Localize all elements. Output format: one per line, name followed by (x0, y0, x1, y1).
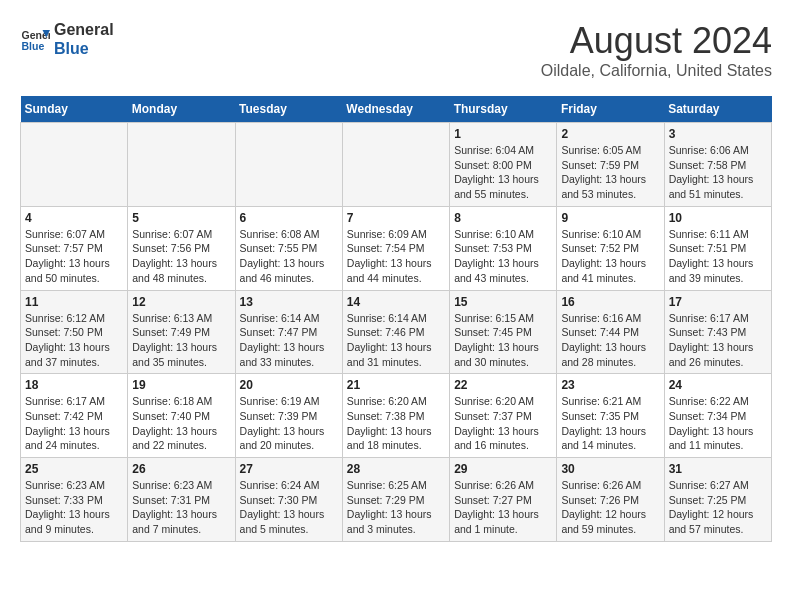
day-info: Sunrise: 6:06 AM Sunset: 7:58 PM Dayligh… (669, 143, 767, 202)
calendar-cell: 28Sunrise: 6:25 AM Sunset: 7:29 PM Dayli… (342, 458, 449, 542)
calendar-cell: 9Sunrise: 6:10 AM Sunset: 7:52 PM Daylig… (557, 206, 664, 290)
weekday-header: Sunday (21, 96, 128, 123)
day-info: Sunrise: 6:22 AM Sunset: 7:34 PM Dayligh… (669, 394, 767, 453)
day-number: 30 (561, 462, 659, 476)
day-info: Sunrise: 6:23 AM Sunset: 7:33 PM Dayligh… (25, 478, 123, 537)
day-number: 4 (25, 211, 123, 225)
calendar-cell: 1Sunrise: 6:04 AM Sunset: 8:00 PM Daylig… (450, 123, 557, 207)
day-number: 21 (347, 378, 445, 392)
day-number: 15 (454, 295, 552, 309)
day-number: 3 (669, 127, 767, 141)
calendar-cell: 2Sunrise: 6:05 AM Sunset: 7:59 PM Daylig… (557, 123, 664, 207)
calendar-cell: 27Sunrise: 6:24 AM Sunset: 7:30 PM Dayli… (235, 458, 342, 542)
calendar-cell: 23Sunrise: 6:21 AM Sunset: 7:35 PM Dayli… (557, 374, 664, 458)
calendar-header: SundayMondayTuesdayWednesdayThursdayFrid… (21, 96, 772, 123)
calendar-body: 1Sunrise: 6:04 AM Sunset: 8:00 PM Daylig… (21, 123, 772, 542)
day-number: 9 (561, 211, 659, 225)
day-number: 22 (454, 378, 552, 392)
day-info: Sunrise: 6:20 AM Sunset: 7:37 PM Dayligh… (454, 394, 552, 453)
day-info: Sunrise: 6:23 AM Sunset: 7:31 PM Dayligh… (132, 478, 230, 537)
day-info: Sunrise: 6:26 AM Sunset: 7:27 PM Dayligh… (454, 478, 552, 537)
day-number: 31 (669, 462, 767, 476)
day-number: 5 (132, 211, 230, 225)
day-info: Sunrise: 6:24 AM Sunset: 7:30 PM Dayligh… (240, 478, 338, 537)
title-block: August 2024 Oildale, California, United … (541, 20, 772, 80)
day-number: 8 (454, 211, 552, 225)
calendar-cell: 10Sunrise: 6:11 AM Sunset: 7:51 PM Dayli… (664, 206, 771, 290)
day-number: 20 (240, 378, 338, 392)
calendar-table: SundayMondayTuesdayWednesdayThursdayFrid… (20, 96, 772, 542)
weekday-header: Thursday (450, 96, 557, 123)
day-info: Sunrise: 6:10 AM Sunset: 7:52 PM Dayligh… (561, 227, 659, 286)
day-number: 12 (132, 295, 230, 309)
calendar-cell: 5Sunrise: 6:07 AM Sunset: 7:56 PM Daylig… (128, 206, 235, 290)
day-number: 17 (669, 295, 767, 309)
calendar-cell (128, 123, 235, 207)
day-info: Sunrise: 6:21 AM Sunset: 7:35 PM Dayligh… (561, 394, 659, 453)
day-info: Sunrise: 6:15 AM Sunset: 7:45 PM Dayligh… (454, 311, 552, 370)
calendar-cell: 12Sunrise: 6:13 AM Sunset: 7:49 PM Dayli… (128, 290, 235, 374)
day-info: Sunrise: 6:11 AM Sunset: 7:51 PM Dayligh… (669, 227, 767, 286)
calendar-cell: 14Sunrise: 6:14 AM Sunset: 7:46 PM Dayli… (342, 290, 449, 374)
day-info: Sunrise: 6:08 AM Sunset: 7:55 PM Dayligh… (240, 227, 338, 286)
calendar-cell: 3Sunrise: 6:06 AM Sunset: 7:58 PM Daylig… (664, 123, 771, 207)
day-info: Sunrise: 6:18 AM Sunset: 7:40 PM Dayligh… (132, 394, 230, 453)
calendar-cell: 7Sunrise: 6:09 AM Sunset: 7:54 PM Daylig… (342, 206, 449, 290)
day-info: Sunrise: 6:12 AM Sunset: 7:50 PM Dayligh… (25, 311, 123, 370)
main-title: August 2024 (541, 20, 772, 62)
day-number: 11 (25, 295, 123, 309)
calendar-week-row: 11Sunrise: 6:12 AM Sunset: 7:50 PM Dayli… (21, 290, 772, 374)
calendar-cell: 15Sunrise: 6:15 AM Sunset: 7:45 PM Dayli… (450, 290, 557, 374)
day-number: 26 (132, 462, 230, 476)
day-info: Sunrise: 6:17 AM Sunset: 7:42 PM Dayligh… (25, 394, 123, 453)
calendar-cell (21, 123, 128, 207)
day-number: 2 (561, 127, 659, 141)
day-number: 27 (240, 462, 338, 476)
calendar-cell: 22Sunrise: 6:20 AM Sunset: 7:37 PM Dayli… (450, 374, 557, 458)
day-number: 16 (561, 295, 659, 309)
calendar-cell: 4Sunrise: 6:07 AM Sunset: 7:57 PM Daylig… (21, 206, 128, 290)
calendar-cell: 8Sunrise: 6:10 AM Sunset: 7:53 PM Daylig… (450, 206, 557, 290)
day-info: Sunrise: 6:04 AM Sunset: 8:00 PM Dayligh… (454, 143, 552, 202)
calendar-cell: 26Sunrise: 6:23 AM Sunset: 7:31 PM Dayli… (128, 458, 235, 542)
day-info: Sunrise: 6:16 AM Sunset: 7:44 PM Dayligh… (561, 311, 659, 370)
calendar-cell: 16Sunrise: 6:16 AM Sunset: 7:44 PM Dayli… (557, 290, 664, 374)
weekday-header: Tuesday (235, 96, 342, 123)
day-info: Sunrise: 6:13 AM Sunset: 7:49 PM Dayligh… (132, 311, 230, 370)
calendar-cell: 21Sunrise: 6:20 AM Sunset: 7:38 PM Dayli… (342, 374, 449, 458)
calendar-cell: 30Sunrise: 6:26 AM Sunset: 7:26 PM Dayli… (557, 458, 664, 542)
day-number: 6 (240, 211, 338, 225)
logo-blue: Blue (54, 39, 114, 58)
day-number: 7 (347, 211, 445, 225)
header-row: SundayMondayTuesdayWednesdayThursdayFrid… (21, 96, 772, 123)
day-info: Sunrise: 6:14 AM Sunset: 7:46 PM Dayligh… (347, 311, 445, 370)
day-number: 1 (454, 127, 552, 141)
calendar-cell: 19Sunrise: 6:18 AM Sunset: 7:40 PM Dayli… (128, 374, 235, 458)
calendar-cell: 29Sunrise: 6:26 AM Sunset: 7:27 PM Dayli… (450, 458, 557, 542)
subtitle: Oildale, California, United States (541, 62, 772, 80)
calendar-cell: 11Sunrise: 6:12 AM Sunset: 7:50 PM Dayli… (21, 290, 128, 374)
calendar-week-row: 4Sunrise: 6:07 AM Sunset: 7:57 PM Daylig… (21, 206, 772, 290)
day-number: 13 (240, 295, 338, 309)
calendar-cell: 17Sunrise: 6:17 AM Sunset: 7:43 PM Dayli… (664, 290, 771, 374)
calendar-cell: 20Sunrise: 6:19 AM Sunset: 7:39 PM Dayli… (235, 374, 342, 458)
logo-general: General (54, 20, 114, 39)
calendar-cell: 24Sunrise: 6:22 AM Sunset: 7:34 PM Dayli… (664, 374, 771, 458)
day-info: Sunrise: 6:10 AM Sunset: 7:53 PM Dayligh… (454, 227, 552, 286)
day-number: 19 (132, 378, 230, 392)
day-number: 24 (669, 378, 767, 392)
day-info: Sunrise: 6:07 AM Sunset: 7:57 PM Dayligh… (25, 227, 123, 286)
calendar-cell: 6Sunrise: 6:08 AM Sunset: 7:55 PM Daylig… (235, 206, 342, 290)
day-number: 18 (25, 378, 123, 392)
logo: General Blue General Blue (20, 20, 114, 58)
day-number: 10 (669, 211, 767, 225)
calendar-cell: 18Sunrise: 6:17 AM Sunset: 7:42 PM Dayli… (21, 374, 128, 458)
weekday-header: Monday (128, 96, 235, 123)
calendar-week-row: 25Sunrise: 6:23 AM Sunset: 7:33 PM Dayli… (21, 458, 772, 542)
weekday-header: Wednesday (342, 96, 449, 123)
day-info: Sunrise: 6:20 AM Sunset: 7:38 PM Dayligh… (347, 394, 445, 453)
calendar-week-row: 18Sunrise: 6:17 AM Sunset: 7:42 PM Dayli… (21, 374, 772, 458)
weekday-header: Saturday (664, 96, 771, 123)
day-number: 25 (25, 462, 123, 476)
day-info: Sunrise: 6:07 AM Sunset: 7:56 PM Dayligh… (132, 227, 230, 286)
